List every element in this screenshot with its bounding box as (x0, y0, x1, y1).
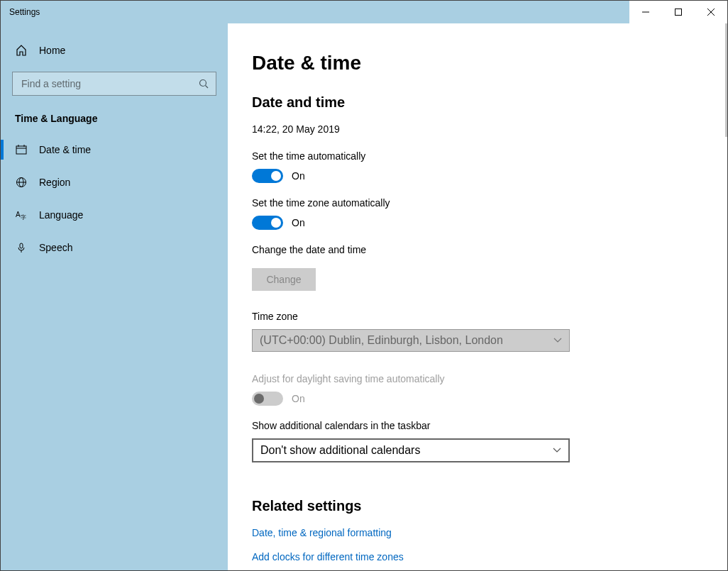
sidebar-item-label: Language (39, 209, 83, 221)
current-datetime: 14:22, 20 May 2019 (252, 123, 727, 135)
chevron-down-icon (553, 448, 561, 453)
svg-rect-15 (20, 243, 23, 248)
home-label: Home (39, 45, 65, 56)
svg-text:A: A (16, 211, 21, 218)
change-button: Change (252, 268, 316, 291)
titlebar: Settings (1, 1, 727, 23)
sidebar-item-date-time[interactable]: Date & time (12, 134, 216, 165)
svg-text:字: 字 (21, 214, 26, 221)
sidebar-item-region[interactable]: Region (12, 167, 216, 198)
sidebar-item-label: Region (39, 177, 70, 188)
window-title: Settings (9, 7, 40, 17)
home-icon (15, 45, 28, 56)
sidebar: Home Time & Language Date & time (1, 23, 228, 570)
dst-setting: Adjust for daylight saving time automati… (252, 373, 727, 406)
microphone-icon (15, 242, 28, 253)
globe-icon (15, 177, 28, 188)
link-additional-clocks[interactable]: Add clocks for different time zones (252, 551, 727, 562)
sidebar-nav: Date & time Region A字 Language (12, 134, 216, 263)
close-button[interactable] (695, 1, 727, 23)
section-heading: Date and time (252, 94, 727, 111)
language-icon: A字 (15, 209, 28, 221)
window-body: Home Time & Language Date & time (1, 23, 727, 570)
timezone-label: Time zone (252, 311, 727, 322)
svg-point-4 (200, 80, 206, 87)
minimize-button[interactable] (629, 1, 662, 23)
auto-timezone-toggle[interactable] (252, 216, 283, 230)
additional-calendars-combo[interactable]: Don't show additional calendars (252, 438, 570, 462)
auto-time-state: On (292, 170, 305, 182)
timezone-combo: (UTC+00:00) Dublin, Edinburgh, Lisbon, L… (252, 329, 570, 352)
additional-calendars-label: Show additional calendars in the taskbar (252, 420, 727, 431)
dst-state: On (292, 393, 305, 404)
svg-line-5 (206, 86, 209, 89)
search-input[interactable] (20, 77, 199, 90)
home-nav[interactable]: Home (12, 40, 216, 60)
auto-time-label: Set the time automatically (252, 150, 727, 162)
auto-time-setting: Set the time automatically On (252, 150, 727, 183)
change-date-label: Change the date and time (252, 244, 727, 255)
dst-toggle (252, 392, 283, 406)
search-icon (199, 79, 209, 89)
timezone-setting: Time zone (UTC+00:00) Dublin, Edinburgh,… (252, 311, 727, 352)
scrollbar[interactable] (725, 23, 727, 137)
settings-window: Settings Home (0, 0, 728, 571)
caption-buttons (629, 1, 727, 23)
sidebar-item-speech[interactable]: Speech (12, 232, 216, 263)
dst-label: Adjust for daylight saving time automati… (252, 373, 727, 384)
sidebar-item-language[interactable]: A字 Language (12, 199, 216, 231)
main-content: Date & time Date and time 14:22, 20 May … (228, 23, 727, 570)
search-box[interactable] (12, 72, 216, 96)
chevron-down-icon (553, 338, 562, 343)
svg-rect-6 (16, 146, 26, 154)
auto-timezone-label: Set the time zone automatically (252, 197, 727, 209)
page-title: Date & time (252, 52, 727, 74)
sidebar-item-label: Date & time (39, 144, 91, 155)
related-settings-heading: Related settings (252, 498, 727, 514)
auto-time-toggle[interactable] (252, 169, 283, 183)
maximize-button[interactable] (662, 1, 695, 23)
auto-timezone-setting: Set the time zone automatically On (252, 197, 727, 230)
link-regional-formatting[interactable]: Date, time & regional formatting (252, 527, 727, 538)
additional-calendars-setting: Show additional calendars in the taskbar… (252, 420, 727, 462)
sidebar-item-label: Speech (39, 242, 72, 253)
svg-rect-1 (675, 9, 682, 16)
change-date-setting: Change the date and time Change (252, 244, 727, 291)
date-time-icon (15, 144, 28, 155)
sidebar-section-title: Time & Language (12, 113, 216, 124)
additional-calendars-value: Don't show additional calendars (260, 444, 420, 457)
timezone-value: (UTC+00:00) Dublin, Edinburgh, Lisbon, L… (260, 334, 503, 347)
auto-timezone-state: On (292, 217, 305, 228)
